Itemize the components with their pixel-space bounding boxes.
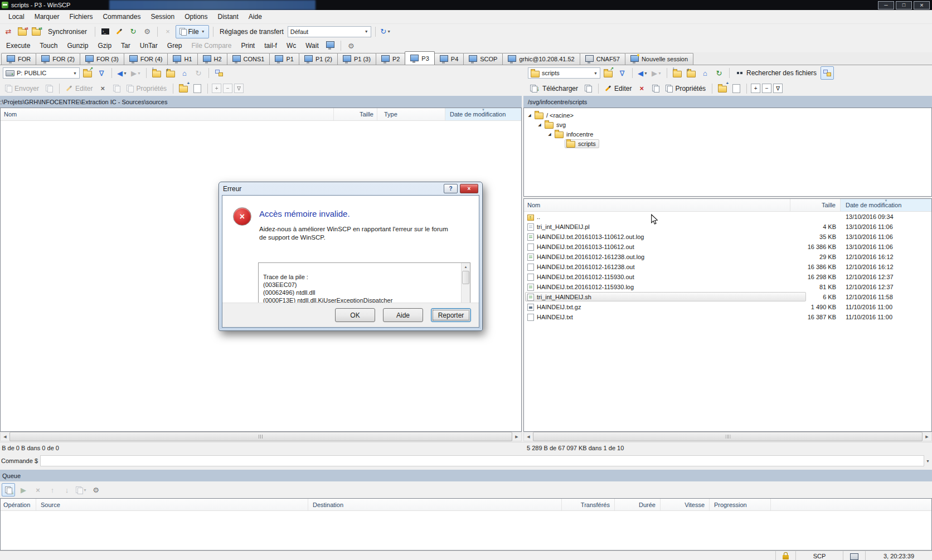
file-row[interactable]: HAINDEIJ.txt 16 387 KB11/10/2016 11:00 (524, 312, 931, 322)
select-minus-icon[interactable]: − (762, 84, 771, 93)
menu-options[interactable]: Options (179, 11, 212, 22)
new-file-icon[interactable] (730, 82, 742, 95)
menu-marquer[interactable]: Marquer (30, 11, 65, 22)
file-row[interactable]: HAINDEIJ.txt.20161012-115930.log 81 KB12… (524, 282, 931, 292)
dialog-title-bar[interactable]: Erreur ? × (219, 182, 482, 195)
file-row[interactable]: tri_int_HAINDEIJ.pl 4 KB13/10/2016 11:06 (524, 222, 931, 232)
transfer-profile-select[interactable]: Défaut ▼ (288, 26, 371, 37)
column-operation[interactable]: Opération (1, 499, 36, 510)
chevron-down-icon[interactable]: ▼ (926, 459, 930, 463)
tab-for-3[interactable]: FOR (3) (80, 53, 124, 65)
report-button[interactable]: Reporter (431, 308, 471, 322)
scroll-left-icon[interactable]: ◀ (1, 432, 9, 441)
parent-directory-icon[interactable]: ↑ (151, 67, 163, 79)
tab-for[interactable]: FOR (1, 53, 36, 65)
tree-node-infocentre[interactable]: ◢ infocentre (527, 129, 931, 139)
cmd-tailf[interactable]: tail-f (260, 40, 281, 51)
file-row-selected[interactable]: tri_int_HAINDEIJ.sh 6 KB12/10/2016 11:58 (524, 292, 931, 302)
menu-session[interactable]: Session (145, 11, 179, 22)
cmd-gunzip[interactable]: Gunzip (63, 40, 92, 51)
column-transferred[interactable]: Transférés (562, 499, 615, 510)
column-source[interactable]: Source (36, 499, 308, 510)
cmd-touch[interactable]: Touch (36, 40, 61, 51)
column-type[interactable]: Type (377, 108, 445, 120)
menu-aide[interactable]: Aide (244, 11, 267, 22)
filter-icon[interactable]: ∇ (616, 67, 628, 79)
file-row[interactable]: .. 13/10/2016 09:34 (524, 212, 931, 222)
scroll-left-icon[interactable]: ◀ (524, 432, 533, 441)
column-name[interactable]: Nom (524, 199, 790, 211)
duplicate-icon[interactable] (582, 82, 594, 95)
menu-fichiers[interactable]: Fichiers (64, 11, 98, 22)
dialog-close-icon[interactable]: × (460, 184, 478, 193)
customize-gear-icon[interactable]: ⚙ (345, 40, 357, 52)
tab-for-2[interactable]: FOR (2) (36, 53, 80, 65)
open-directory-icon[interactable]: ↗ (602, 67, 614, 79)
edit-button[interactable]: Editer (603, 82, 634, 95)
column-speed[interactable]: Vitesse (661, 499, 710, 510)
cmd-gzip[interactable]: Gzip (94, 40, 115, 51)
left-horizontal-scrollbar[interactable]: ◀ ▶ (0, 432, 522, 441)
synchronize-button[interactable]: Synchroniser (44, 26, 91, 37)
cmd-tar[interactable]: Tar (117, 40, 134, 51)
tab-p1-3[interactable]: P1 (3) (337, 53, 376, 65)
help-button[interactable]: Aide (383, 308, 423, 322)
file-menu-button[interactable]: File ▼ (176, 25, 209, 38)
scroll-right-icon[interactable]: ▶ (512, 432, 521, 441)
refresh-icon[interactable]: ↻ (713, 67, 725, 79)
filter-icon[interactable]: ∇ (95, 67, 108, 79)
left-path-bar[interactable]: P:\Projets\GRH\INFOCENTRE\Extraction IC … (0, 96, 522, 108)
console-icon[interactable]: ›_ (99, 26, 111, 38)
tree-node-scripts-selected[interactable]: scripts (527, 139, 931, 148)
tab-p1-2[interactable]: P1 (2) (299, 53, 338, 65)
cmd-untar[interactable]: UnTar (136, 40, 162, 51)
new-folder-icon[interactable]: + (177, 82, 190, 95)
queue-toggle-icon[interactable]: ↓ (2, 483, 15, 496)
directory-tree-icon[interactable] (213, 67, 225, 79)
queue-preferences-icon[interactable]: ⚙ (90, 484, 102, 496)
home-directory-icon[interactable]: ⌂ (699, 67, 711, 79)
collapse-icon[interactable]: ◢ (547, 132, 552, 137)
scrollbar-thumb[interactable] (533, 432, 923, 441)
delete-icon[interactable]: × (635, 82, 648, 95)
select-plus-icon[interactable]: + (751, 84, 760, 93)
minimize-button[interactable] (878, 1, 894, 9)
upload-queue-icon[interactable]: ⇄ (16, 26, 28, 38)
menu-commandes[interactable]: Commandes (98, 11, 145, 22)
collapse-icon[interactable]: ◢ (537, 123, 542, 127)
file-row[interactable]: HAINDEIJ.txt.20161013-110612.out 16 386 … (524, 242, 931, 252)
file-row[interactable]: HAINDEIJ.txt.20161012-161238.out 16 386 … (524, 262, 931, 272)
root-directory-icon[interactable]: / (164, 67, 177, 79)
file-row[interactable]: HAINDEIJ.txt.20161012-161238.out.log 29 … (524, 252, 931, 262)
column-destination[interactable]: Destination (308, 499, 562, 510)
rename-icon[interactable] (649, 82, 662, 95)
scrollbar-thumb[interactable] (462, 271, 469, 284)
properties-button[interactable]: Propriétés (663, 82, 708, 95)
refresh-session-icon[interactable]: ↻ (127, 26, 139, 38)
tab-for-4[interactable]: FOR (4) (124, 53, 168, 65)
terminal-icon[interactable] (324, 40, 337, 52)
command-input[interactable] (40, 455, 924, 466)
cmd-wait[interactable]: Wait (302, 40, 323, 51)
column-duration[interactable]: Durée (615, 499, 661, 510)
tab-grhic[interactable]: grhic@10.208.41.52 (502, 53, 580, 65)
cmd-grep[interactable]: Grep (163, 40, 186, 51)
root-directory-icon[interactable]: / (685, 67, 697, 79)
collapse-icon[interactable]: ◢ (527, 113, 532, 118)
tab-new-session[interactable]: Nouvelle session (625, 53, 693, 65)
column-date-sorted[interactable]: ▼ Date de modification (841, 199, 931, 211)
cmd-wc[interactable]: Wc (283, 40, 300, 51)
tab-cons1[interactable]: CONS1 (227, 53, 270, 65)
queue-list[interactable]: Opération Source Destination Transférés … (0, 498, 932, 551)
menu-local[interactable]: Local (3, 11, 30, 22)
scroll-right-icon[interactable]: ▶ (923, 432, 931, 441)
tab-p2[interactable]: P2 (376, 53, 405, 65)
close-button[interactable] (914, 1, 930, 9)
back-icon[interactable]: ◀▼ (116, 67, 128, 79)
synchronize-browsing-icon[interactable] (821, 66, 834, 80)
ok-button[interactable]: OK (335, 308, 375, 322)
right-horizontal-scrollbar[interactable]: ◀ ▶ (523, 432, 932, 441)
find-files-button[interactable]: Rechercher des fichiers (734, 67, 819, 79)
new-file-icon[interactable] (191, 82, 203, 95)
tab-h1[interactable]: H1 (167, 53, 197, 65)
